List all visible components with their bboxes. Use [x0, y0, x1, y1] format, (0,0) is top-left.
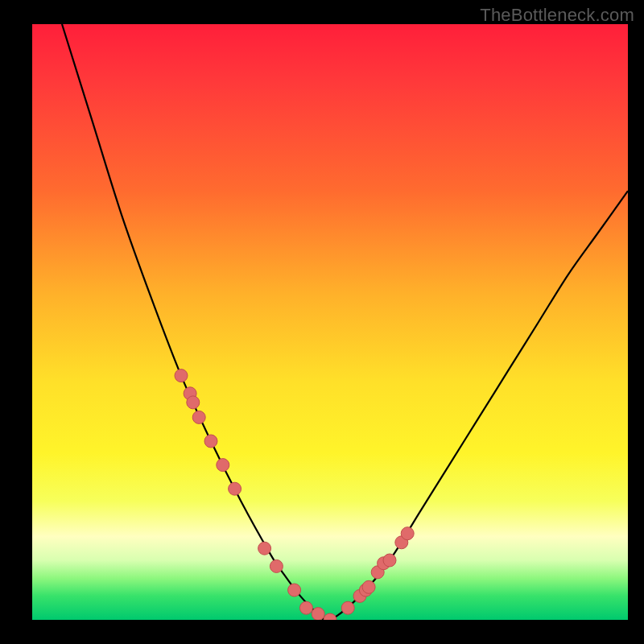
curve-layer	[32, 24, 628, 620]
sample-point	[187, 396, 200, 409]
bottleneck-curve	[62, 24, 628, 620]
sample-point	[362, 580, 375, 593]
sample-point	[341, 601, 354, 614]
sample-point	[401, 527, 414, 540]
sample-point	[229, 482, 242, 495]
sample-point	[378, 557, 390, 570]
sample-point	[270, 559, 283, 572]
plot-area	[32, 24, 628, 620]
sample-point	[288, 584, 301, 597]
sample-point	[383, 554, 396, 567]
sample-point	[324, 613, 336, 620]
chart-frame: TheBottleneck.com	[0, 0, 644, 644]
sample-point	[192, 411, 205, 423]
sample-point	[371, 566, 384, 579]
watermark-text: TheBottleneck.com	[480, 5, 634, 26]
sample-point	[353, 589, 366, 602]
sample-point	[312, 608, 324, 620]
sample-point	[258, 542, 271, 555]
sample-point	[184, 387, 196, 400]
sample-point	[204, 435, 217, 448]
sample-point	[217, 459, 229, 472]
sample-point	[299, 601, 312, 614]
marker-group	[175, 369, 414, 620]
sample-point	[359, 584, 372, 597]
sample-point	[175, 369, 188, 382]
sample-point	[395, 536, 408, 549]
